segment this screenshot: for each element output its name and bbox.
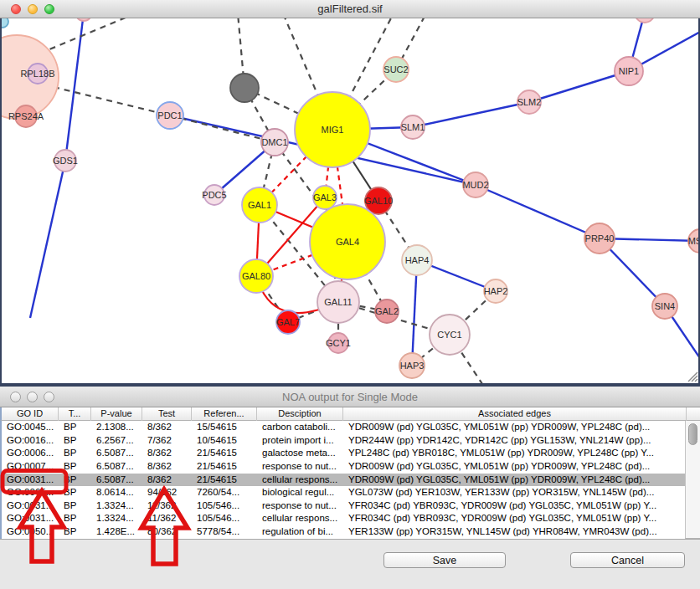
cell[interactable]: 5778/54... [192, 525, 257, 539]
table-row[interactable]: GO:0031...BP1.3324...11/362105/546...cel… [2, 512, 685, 525]
node-gal80[interactable]: GAL80 [239, 259, 273, 293]
node-cyc1[interactable]: CYC1 [430, 315, 470, 355]
node-mud2[interactable]: MUD2 [462, 172, 488, 197]
cell[interactable]: biological regul... [257, 486, 343, 499]
column-header-test[interactable]: Test [142, 407, 192, 421]
table-row[interactable]: GO:0031...BP6.5087...8/36221/54615cellul… [2, 474, 685, 487]
column-header-p-value[interactable]: P-value [91, 407, 142, 421]
cell[interactable]: GO:0050... [2, 525, 59, 539]
cell[interactable]: YPL248C (pd) YBR018C, YML051W (pp) YDR00… [343, 447, 685, 460]
cell[interactable]: YDR244W (pp) YDR142C, YDR142C (pp) YGL15… [343, 434, 685, 448]
cell[interactable]: 8/362 [142, 474, 192, 487]
column-header-associated-edges[interactable]: Associated edges [343, 407, 687, 421]
column-header-t[interactable]: T... [59, 407, 91, 421]
cell[interactable]: 15/54615 [192, 421, 257, 434]
cell[interactable]: cellular respons... [257, 512, 343, 525]
cell[interactable]: BP [59, 474, 91, 487]
cell[interactable]: GO:0045... [2, 421, 59, 434]
table-row[interactable]: GO:0016...BP6.2567...7/36210/54615protei… [2, 434, 685, 448]
table-row[interactable]: GO:0006...BP6.5087...8/36221/54615galact… [2, 447, 685, 460]
cell[interactable]: response to nut... [257, 460, 343, 474]
cell[interactable]: 21/54615 [192, 460, 257, 474]
cell[interactable]: 1.3324... [91, 512, 142, 525]
node-slm2[interactable]: SLM2 [517, 90, 542, 114]
cell[interactable]: protein import i... [257, 434, 343, 448]
node-hap3[interactable]: HAP3 [399, 353, 425, 378]
column-header-referen[interactable]: Referen... [192, 407, 257, 421]
node-gal2[interactable]: GAL2 [375, 300, 399, 323]
cell[interactable]: 6.5087... [91, 460, 142, 474]
cell[interactable]: GO:0016... [2, 434, 59, 448]
resize-grip[interactable] [685, 369, 698, 382]
network-canvas[interactable]: RPL18BRPS24AGDS1PDC1DMC1SUC2SLM1SLM2NIP1… [0, 18, 700, 383]
cell[interactable]: BP [59, 447, 91, 460]
table-row[interactable]: GO:0050...BP1.428E...80/3625778/54...reg… [2, 525, 685, 539]
cell[interactable]: 11/362 [142, 512, 192, 525]
cell[interactable]: 8/362 [142, 421, 192, 434]
node-hap4[interactable]: HAP4 [402, 245, 432, 275]
column-header-desciption[interactable]: Desciption [257, 407, 343, 421]
cell[interactable]: 1.428E... [91, 525, 142, 539]
node-gal11[interactable]: GAL11 [317, 281, 359, 323]
cell[interactable]: GO:0031... [2, 474, 59, 487]
node-gal4[interactable]: GAL4 [310, 204, 385, 279]
cell[interactable]: BP [59, 421, 91, 434]
cell[interactable]: cellular respons... [257, 474, 343, 487]
cell[interactable]: 21/54615 [192, 447, 257, 460]
column-header-go-id[interactable]: GO ID [2, 407, 59, 421]
node-gal1[interactable]: GAL1 [242, 187, 277, 223]
cell[interactable]: 105/546... [192, 499, 257, 513]
cell[interactable]: GO:0006... [2, 447, 59, 460]
cell[interactable]: 80/362 [142, 525, 192, 539]
cell[interactable]: 6.2567... [91, 434, 142, 448]
cell[interactable]: 10/54615 [192, 434, 257, 448]
cell[interactable]: 11/362 [142, 499, 192, 513]
node-prp40[interactable]: PRP40 [584, 223, 615, 254]
cell[interactable]: YDR009W (pd) YGL035C, YML051W (pp) YDR00… [343, 460, 685, 474]
node-gal7[interactable]: GAL7 [276, 310, 300, 334]
cell[interactable]: YFR034C (pd) YBR093C, YDR009W (pd) YGL03… [343, 512, 685, 525]
table-scrollbar[interactable] [685, 421, 700, 539]
cell[interactable]: GO:0007... [2, 460, 59, 474]
cell[interactable]: 94/362 [142, 486, 192, 499]
cell[interactable]: GO:0031... [2, 512, 59, 525]
cell[interactable]: 6.5087... [91, 474, 142, 487]
save-button[interactable]: Save [383, 552, 506, 568]
cell[interactable]: BP [59, 499, 91, 513]
cell[interactable]: 8/362 [142, 460, 192, 474]
cell[interactable]: 7/362 [142, 434, 192, 448]
cell[interactable]: BP [59, 486, 91, 499]
node-nip1[interactable]: NIP1 [615, 57, 643, 85]
node-mig1[interactable]: MIG1 [295, 92, 370, 167]
cell[interactable]: GO:0031... [2, 499, 59, 513]
cell[interactable]: 8.0614... [91, 486, 142, 499]
node-topr[interactable] [635, 18, 655, 23]
cell[interactable]: regulation of bi... [257, 525, 343, 539]
cell[interactable]: GO:0065... [2, 486, 59, 499]
cell[interactable]: response to nut... [257, 499, 343, 513]
cell[interactable]: YER133W (pp) YOR315W, YNL145W (pd) YHR08… [343, 525, 685, 539]
cell[interactable]: 1.3324... [91, 499, 142, 513]
node-suc2[interactable]: SUC2 [383, 57, 409, 82]
node-slm1[interactable]: SLM1 [401, 115, 425, 139]
node-gray[interactable] [230, 74, 259, 102]
cell[interactable]: YGL073W (pd) YER103W, YER133W (pp) YOR31… [343, 486, 685, 499]
cell[interactable]: YDR009W (pd) YGL035C, YML051W (pp) YDR00… [343, 421, 685, 434]
cell[interactable]: YFR034C (pd) YBR093C, YDR009W (pd) YGL03… [343, 499, 685, 513]
cell[interactable]: BP [59, 434, 91, 448]
table-row[interactable]: GO:0031...BP1.3324...11/362105/546...res… [2, 499, 685, 513]
cell[interactable]: 105/546... [192, 512, 257, 525]
scrollbar-thumb[interactable] [688, 423, 697, 445]
table-row[interactable]: GO:0007...BP6.5087...8/36221/54615respon… [2, 460, 685, 474]
cell[interactable]: YDR009W (pd) YGL035C, YML051W (pp) YDR00… [343, 474, 685, 487]
cancel-button[interactable]: Cancel [570, 552, 685, 568]
cell[interactable]: carbon cataboli... [257, 421, 343, 434]
node-gcy1[interactable]: GCY1 [326, 333, 351, 353]
cell[interactable]: BP [59, 525, 91, 539]
node-gal3[interactable]: GAL3 [313, 186, 337, 209]
node-dmc1[interactable]: DMC1 [261, 129, 288, 156]
cell[interactable]: 7260/54... [192, 486, 257, 499]
cell[interactable]: 8/362 [142, 447, 192, 460]
cell[interactable]: 21/54615 [192, 474, 257, 487]
table-row[interactable]: GO:0065...BP8.0614...94/3627260/54...bio… [2, 486, 685, 499]
